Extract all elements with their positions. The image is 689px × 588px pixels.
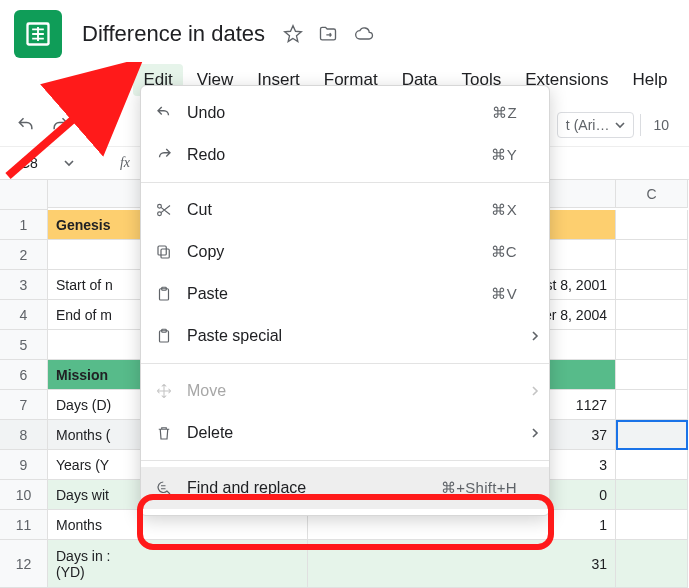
menu-item-cut[interactable]: Cut ⌘X (141, 189, 549, 231)
name-box[interactable]: C8 (14, 153, 102, 173)
chevron-down-icon (615, 120, 625, 130)
select-all-corner[interactable] (0, 180, 48, 210)
row-header[interactable]: 3 (0, 270, 48, 300)
redo-button[interactable] (48, 113, 72, 137)
sheets-logo-icon[interactable] (14, 10, 62, 58)
row-header[interactable]: 6 (0, 360, 48, 390)
menu-item-copy[interactable]: Copy ⌘C (141, 231, 549, 273)
cell[interactable] (616, 420, 688, 450)
cell[interactable] (616, 510, 688, 540)
cell[interactable] (616, 360, 688, 390)
menu-item-label: Find and replace (187, 479, 441, 497)
svg-point-2 (158, 204, 162, 208)
cell-text: (YD) (56, 564, 85, 580)
menu-item-paste-special[interactable]: Paste special (141, 315, 549, 357)
menu-item-find-replace[interactable]: Find and replace ⌘+Shift+H (141, 467, 549, 509)
menu-item-label: Cut (187, 201, 491, 219)
menu-item-label: Move (187, 382, 517, 400)
submenu-arrow-icon (521, 331, 549, 341)
row-header[interactable]: 5 (0, 330, 48, 360)
cell[interactable] (616, 480, 688, 510)
cell[interactable] (616, 330, 688, 360)
menu-file[interactable]: File (82, 64, 129, 96)
row-header[interactable]: 2 (0, 240, 48, 270)
star-icon[interactable] (283, 24, 303, 44)
menu-item-shortcut: ⌘+Shift+H (441, 479, 521, 497)
row-header[interactable]: 11 (0, 510, 48, 540)
menu-item-label: Undo (187, 104, 492, 122)
menu-item-shortcut: ⌘V (491, 285, 521, 303)
move-icon (141, 382, 187, 400)
redo-icon (141, 146, 187, 164)
document-title[interactable]: Difference in dates (82, 21, 265, 47)
cell[interactable] (616, 240, 688, 270)
undo-button[interactable] (14, 113, 38, 137)
menu-item-shortcut: ⌘X (491, 201, 521, 219)
row-header[interactable]: 10 (0, 480, 48, 510)
row-header[interactable]: 12 (0, 540, 48, 588)
submenu-arrow-icon (521, 386, 549, 396)
find-replace-icon (141, 479, 187, 497)
font-size-input[interactable]: 10 (647, 113, 675, 137)
menu-item-undo[interactable]: Undo ⌘Z (141, 92, 549, 134)
menu-item-label: Copy (187, 243, 491, 261)
cell-text: Days in : (56, 548, 110, 564)
copy-icon (141, 243, 187, 261)
fx-icon[interactable]: fx (120, 155, 130, 171)
submenu-arrow-icon (521, 428, 549, 438)
menu-item-label: Paste (187, 285, 491, 303)
title-bar: Difference in dates File Edit View Inser… (0, 0, 689, 96)
row-header[interactable]: 8 (0, 420, 48, 450)
font-select[interactable]: t (Ari… (557, 112, 635, 138)
menu-item-redo[interactable]: Redo ⌘Y (141, 134, 549, 176)
menu-item-label: Redo (187, 146, 491, 164)
undo-icon (141, 104, 187, 122)
svg-rect-5 (158, 246, 166, 255)
chevron-down-icon (64, 158, 74, 168)
scissors-icon (141, 201, 187, 219)
menu-item-shortcut: ⌘Y (491, 146, 521, 164)
menu-item-shortcut: ⌘Z (492, 104, 521, 122)
menu-separator (141, 182, 549, 183)
menu-item-label: Delete (187, 424, 517, 442)
cell[interactable] (616, 210, 688, 240)
menu-item-shortcut: ⌘C (491, 243, 521, 261)
menu-item-paste[interactable]: Paste ⌘V (141, 273, 549, 315)
menu-help[interactable]: Help (622, 64, 677, 96)
clipboard-icon (141, 327, 187, 345)
row-header[interactable]: 4 (0, 300, 48, 330)
move-to-folder-icon[interactable] (317, 24, 339, 44)
menu-separator (141, 460, 549, 461)
cell[interactable] (616, 270, 688, 300)
menu-item-label: Paste special (187, 327, 517, 345)
cell[interactable] (616, 300, 688, 330)
cell[interactable] (616, 540, 688, 588)
edit-menu-dropdown: Undo ⌘Z Redo ⌘Y Cut ⌘X Copy ⌘C Paste ⌘V (140, 85, 550, 516)
font-select-label: t (Ari… (566, 117, 610, 133)
name-box-value: C8 (20, 155, 38, 171)
cell[interactable] (616, 450, 688, 480)
cell[interactable] (616, 390, 688, 420)
column-header-C[interactable]: C (616, 180, 688, 208)
svg-rect-4 (161, 249, 169, 258)
clipboard-icon (141, 285, 187, 303)
menu-separator (141, 363, 549, 364)
cell[interactable]: Days in : (YD) (48, 540, 308, 588)
cell[interactable]: 31 (308, 540, 616, 588)
svg-point-3 (158, 212, 162, 216)
trash-icon (141, 424, 187, 442)
menu-item-delete[interactable]: Delete (141, 412, 549, 454)
menu-item-move: Move (141, 370, 549, 412)
row-header[interactable]: 7 (0, 390, 48, 420)
cloud-status-icon[interactable] (353, 24, 375, 44)
row-header[interactable]: 1 (0, 210, 48, 240)
row-header[interactable]: 9 (0, 450, 48, 480)
